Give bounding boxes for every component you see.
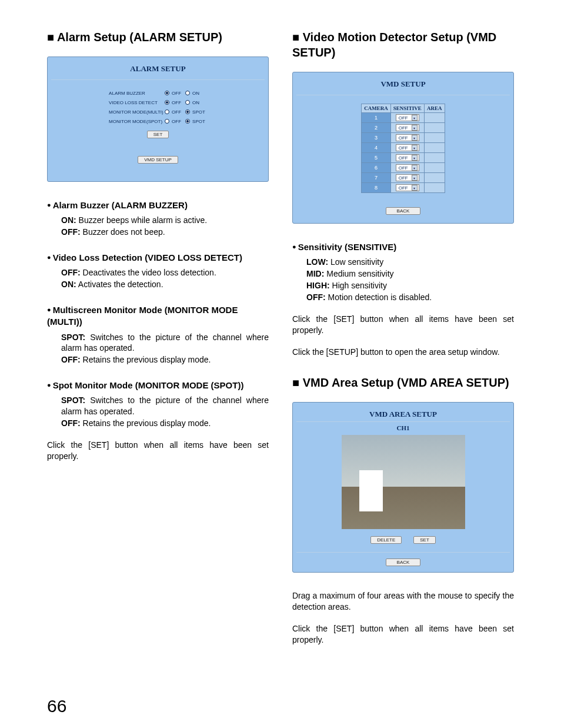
table-row: 1OFF▾ — [362, 113, 445, 123]
back-button[interactable]: BACK — [386, 559, 421, 566]
area-p1: Drag a maximum of four areas with the mo… — [292, 590, 514, 613]
sensitive-select[interactable]: OFF▾ — [396, 154, 419, 161]
table-row: 5OFF▾ — [362, 153, 445, 163]
section-video-loss: Video Loss Detection (VIDEO LOSS DETECT) — [47, 252, 269, 264]
radio-off[interactable] — [165, 109, 169, 114]
radio-off[interactable] — [165, 119, 169, 124]
table-row: 6OFF▾ — [362, 163, 445, 173]
row-video-loss: VIDEO LOSS DETECT OFF ON — [109, 98, 207, 107]
alarm-descriptions: Alarm Buzzer (ALARM BUZZER) ON: Buzzer b… — [47, 200, 269, 462]
chevron-down-icon: ▾ — [412, 135, 418, 141]
table-row: 2OFF▾ — [362, 123, 445, 133]
left-footer-text: Click the [SET] button when all items ha… — [47, 440, 269, 462]
vmd-table: CAMERA SENSITIVE AREA 1OFF▾ 2OFF▾ 3OFF▾ … — [361, 104, 445, 193]
table-row: 3OFF▾ — [362, 133, 445, 143]
channel-label: CH1 — [296, 421, 510, 433]
radio-off[interactable] — [165, 100, 169, 105]
row-monitor-spot: MONITOR MODE(SPOT) OFF SPOT — [109, 117, 207, 126]
heading-vmd-area: ■ VMD Area Setup (VMD AREA SETUP) — [292, 375, 514, 390]
chevron-down-icon: ▾ — [412, 145, 418, 151]
vmd-p2: Click the [SETUP] button to open the are… — [292, 347, 514, 358]
sensitive-select[interactable]: OFF▾ — [396, 114, 419, 121]
chevron-down-icon: ▾ — [412, 115, 418, 121]
heading-vmd-setup: ■ Video Motion Detector Setup (VMD SETUP… — [292, 29, 514, 60]
vmd-setup-panel: VMD SETUP CAMERA SENSITIVE AREA 1OFF▾ 2O… — [292, 72, 514, 224]
panel-title: VMD SETUP — [296, 76, 510, 95]
alarm-setup-panel: ALARM SETUP ALARM BUZZER OFF ON VIDEO LO… — [47, 56, 269, 182]
panel-title: VMD AREA SETUP — [296, 406, 510, 421]
set-button[interactable]: SET — [147, 131, 169, 138]
camera-preview[interactable] — [342, 435, 465, 529]
sensitive-select[interactable]: OFF▾ — [396, 144, 419, 151]
radio-spot[interactable] — [185, 109, 190, 114]
chevron-down-icon: ▾ — [412, 155, 418, 161]
section-monitor-spot: Spot Monitor Mode (MONITOR MODE (SPOT)) — [47, 380, 269, 391]
set-button[interactable]: SET — [413, 536, 436, 544]
sensitive-select[interactable]: OFF▾ — [396, 174, 419, 181]
table-row: 7OFF▾ — [362, 173, 445, 183]
radio-off[interactable] — [165, 91, 169, 95]
left-column: ■ Alarm Setup (ALARM SETUP) ALARM SETUP … — [47, 29, 269, 646]
vmd-p1: Click the [SET] button when all items ha… — [292, 314, 514, 336]
table-row: 8OFF▾ — [362, 183, 445, 193]
row-alarm-buzzer: ALARM BUZZER OFF ON — [109, 88, 207, 98]
right-column: ■ Video Motion Detector Setup (VMD SETUP… — [292, 29, 514, 646]
radio-on[interactable] — [185, 91, 190, 95]
section-monitor-multi: Multiscreen Monitor Mode (MONITOR MODE (… — [47, 304, 269, 328]
radio-on[interactable] — [185, 100, 190, 105]
back-button[interactable]: BACK — [386, 207, 421, 215]
sensitive-select[interactable]: OFF▾ — [396, 164, 419, 171]
chevron-down-icon: ▾ — [412, 175, 418, 181]
row-monitor-multi: MONITOR MODE(MULTI) OFF SPOT — [109, 107, 207, 117]
vmd-setup-button[interactable]: VMD SETUP — [138, 156, 178, 164]
chevron-down-icon: ▾ — [412, 185, 418, 191]
sensitive-select[interactable]: OFF▾ — [396, 134, 419, 141]
alarm-rows: ALARM BUZZER OFF ON VIDEO LOSS DETECT OF… — [109, 88, 207, 126]
section-alarm-buzzer: Alarm Buzzer (ALARM BUZZER) — [47, 200, 269, 211]
area-p2: Click the [SET] button when all items ha… — [292, 623, 514, 646]
sensitive-select[interactable]: OFF▾ — [396, 184, 419, 191]
table-row: 4OFF▾ — [362, 143, 445, 153]
page-number: 66 — [47, 696, 66, 716]
sensitive-select[interactable]: OFF▾ — [396, 124, 419, 131]
panel-title: ALARM SETUP — [51, 61, 265, 80]
chevron-down-icon: ▾ — [412, 125, 418, 131]
chevron-down-icon: ▾ — [412, 165, 418, 171]
delete-button[interactable]: DELETE — [370, 536, 402, 544]
vmd-area-panel: VMD AREA SETUP CH1 DELETE SET BACK — [292, 402, 514, 573]
radio-spot[interactable] — [185, 119, 190, 124]
heading-alarm-setup: ■ Alarm Setup (ALARM SETUP) — [47, 29, 269, 45]
section-sensitivity: Sensitivity (SENSITIVE) — [292, 241, 514, 253]
